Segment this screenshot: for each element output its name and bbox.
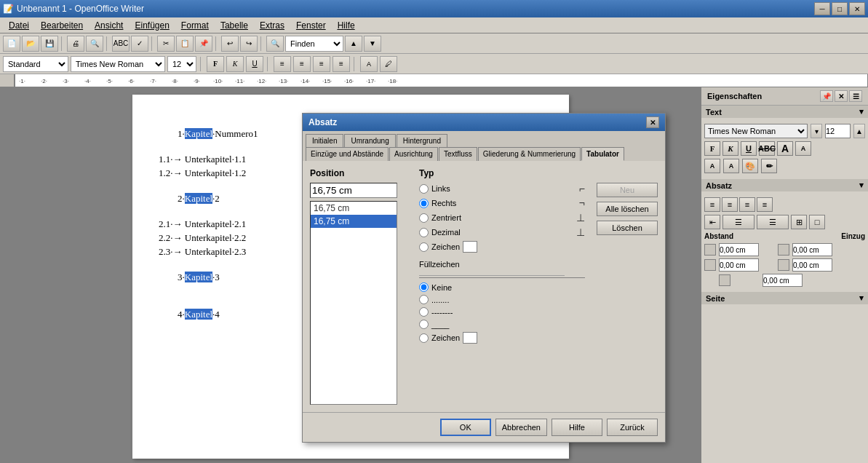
dialog-title: Absatz <box>308 117 337 127</box>
fuell-keine[interactable]: Keine <box>419 282 585 292</box>
position-label: Position <box>310 168 405 178</box>
fuell-underline-label: ____ <box>431 320 449 329</box>
fuell-keine-input[interactable] <box>419 282 429 292</box>
fuell-dots-label: ........ <box>431 296 449 304</box>
dialog-overlay: Absatz ✕ Initialen Umrandung Hintergrund… <box>0 0 868 463</box>
dialog-main-row: Position 16,75 cm 16,75 cm Typ Links ⌐ <box>310 168 658 405</box>
dezimal-icon: ⊥ <box>576 226 585 238</box>
position-col: Position 16,75 cm 16,75 cm <box>310 168 405 405</box>
tab-einzuege[interactable]: Einzüge und Abstände <box>306 147 389 161</box>
radio-dezimal-input[interactable] <box>419 228 429 237</box>
fuell-keine-label: Keine <box>431 283 452 292</box>
radio-rechts-input[interactable] <box>419 199 429 208</box>
type-label: Typ <box>419 168 585 178</box>
position-item-1675-sel[interactable]: 16,75 cm <box>311 215 397 228</box>
fuell-zeichen-label: Zeichen <box>431 333 460 342</box>
abbrechen-btn[interactable]: Abbrechen <box>495 419 547 436</box>
tab-hintergrund[interactable]: Hintergrund <box>397 134 447 147</box>
radio-links-label: Links <box>431 184 450 193</box>
rechts-icon: ¬ <box>579 197 585 209</box>
tab-row-1: Initialen Umrandung Hintergrund <box>306 134 662 147</box>
radio-zentriert[interactable]: Zentriert ⊥ <box>419 212 585 223</box>
radio-rechts[interactable]: Rechts ¬ <box>419 197 585 209</box>
zentriert-icon: ⊥ <box>576 212 585 223</box>
fuell-dashes-input[interactable] <box>419 307 429 317</box>
radio-dezimal-label: Dezimal <box>431 228 461 237</box>
fuell-dots[interactable]: ........ <box>419 295 585 304</box>
type-section: Links ⌐ Rechts ¬ Zentriert ⊥ <box>419 183 585 253</box>
fuell-dashes-label: -------- <box>431 308 453 317</box>
tab-initialen[interactable]: Initialen <box>306 134 343 147</box>
fuell-underline-input[interactable] <box>419 320 429 329</box>
position-input[interactable] <box>310 183 397 198</box>
radio-links-input[interactable] <box>419 184 429 194</box>
radio-rechts-label: Rechts <box>431 199 456 207</box>
radio-dezimal[interactable]: Dezimal ⊥ <box>419 226 585 238</box>
neu-btn[interactable]: Neu <box>597 183 658 197</box>
fuell-underline[interactable]: ____ <box>419 320 585 329</box>
fuellzeichen-title: Füllzeichen <box>419 260 585 278</box>
ok-btn[interactable]: OK <box>440 419 491 436</box>
fuellzeichen-section: Füllzeichen Keine ........ <box>419 260 585 344</box>
tab-textfluss[interactable]: Textfluss <box>439 147 477 161</box>
loeschen-btn[interactable]: Löschen <box>597 221 658 235</box>
fuell-zeichen-input[interactable] <box>419 333 429 343</box>
dialog-body: Position 16,75 cm 16,75 cm Typ Links ⌐ <box>303 161 665 412</box>
side-buttons-col: Neu Alle löschen Löschen <box>592 168 658 405</box>
radio-links[interactable]: Links ⌐ <box>419 183 585 194</box>
dialog-tab-area: Initialen Umrandung Hintergrund Einzüge … <box>303 131 665 161</box>
absatz-dialog: Absatz ✕ Initialen Umrandung Hintergrund… <box>302 113 666 443</box>
zeichen-box-fuell <box>463 332 477 344</box>
position-list[interactable]: 16,75 cm 16,75 cm <box>310 201 397 405</box>
dialog-footer-buttons: OK Abbrechen Hilfe Zurück <box>303 412 665 442</box>
tab-gliederung[interactable]: Gliederung & Nummerierung <box>478 147 581 161</box>
alle-loeschen-btn[interactable]: Alle löschen <box>597 202 658 216</box>
tab-umrandung[interactable]: Umrandung <box>344 134 395 147</box>
radio-zentriert-input[interactable] <box>419 213 429 223</box>
radio-zeichen-input[interactable] <box>419 242 429 252</box>
dialog-title-bar: Absatz ✕ <box>303 114 665 131</box>
links-icon: ⌐ <box>579 183 585 194</box>
tab-row-2: Einzüge und Abstände Ausrichtung Textflu… <box>306 147 662 161</box>
fuell-dashes[interactable]: -------- <box>419 307 585 317</box>
tab-ausrichtung[interactable]: Ausrichtung <box>389 147 438 161</box>
type-col: Typ Links ⌐ Rechts ¬ <box>412 168 585 405</box>
radio-zentriert-label: Zentriert <box>431 213 461 222</box>
tab-tabulator[interactable]: Tabulator <box>581 147 624 161</box>
radio-zeichen-label: Zeichen <box>431 242 460 251</box>
hilfe-btn[interactable]: Hilfe <box>552 419 602 436</box>
fuell-zeichen[interactable]: Zeichen <box>419 332 585 344</box>
zurueck-btn[interactable]: Zurück <box>607 419 658 436</box>
fuell-dots-input[interactable] <box>419 295 429 304</box>
zeichen-box-type <box>463 241 477 253</box>
dialog-close-icon[interactable]: ✕ <box>646 116 659 128</box>
radio-zeichen[interactable]: Zeichen <box>419 241 585 253</box>
position-item-1675[interactable]: 16,75 cm <box>311 202 397 215</box>
